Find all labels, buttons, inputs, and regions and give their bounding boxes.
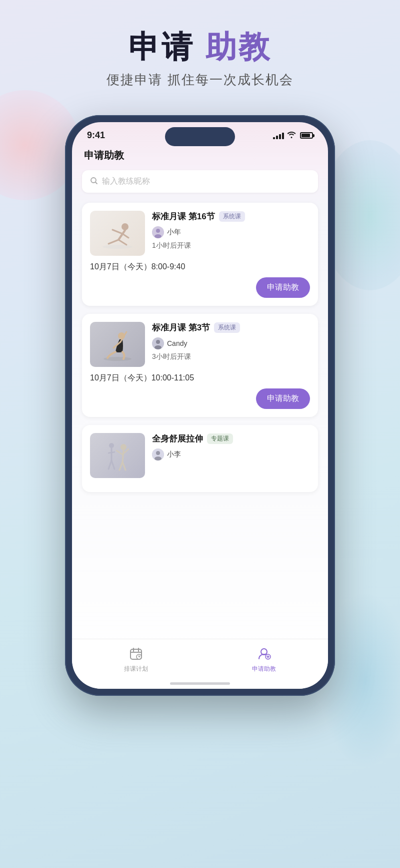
- apply-btn-row-2: 申请助教: [90, 388, 310, 409]
- course-card-top-2: 标准月课 第3节 系统课: [90, 322, 310, 367]
- tab-schedule-label: 排课计划: [124, 665, 148, 673]
- search-input[interactable]: 输入教练昵称: [102, 176, 150, 187]
- svg-line-6: [108, 240, 118, 244]
- search-bar[interactable]: 输入教练昵称: [82, 170, 318, 193]
- instructor-name-1: 小年: [167, 228, 181, 237]
- tab-schedule[interactable]: 排课计划: [124, 645, 148, 673]
- course-thumbnail-3: [90, 433, 145, 478]
- course-title-3: 全身舒展拉伸: [152, 433, 203, 445]
- page-subtitle: 便捷申请 抓住每一次成长机会: [0, 71, 400, 89]
- svg-line-20: [108, 452, 114, 453]
- course-date-row-2: 10月7日（今天）10:00-11:05: [90, 373, 310, 383]
- course-title-row-1: 标准月课 第16节 系统课: [152, 211, 310, 222]
- svg-line-7: [118, 240, 126, 245]
- instructor-avatar-2: [152, 337, 164, 349]
- app-content: 申请助教 输入教练昵称: [72, 145, 328, 683]
- instructor-avatar-1: [152, 226, 164, 238]
- phone-mockup: 9:41: [65, 115, 335, 696]
- course-thumbnail-2: [90, 322, 145, 367]
- svg-point-31: [154, 457, 162, 461]
- svg-point-2: [122, 223, 128, 230]
- dynamic-island: [165, 127, 235, 146]
- course-date-row-1: 10月7日（今天）8:00-9:40: [90, 262, 310, 272]
- svg-line-5: [122, 234, 128, 238]
- svg-line-24: [122, 450, 124, 462]
- svg-point-17: [154, 345, 162, 349]
- svg-line-28: [122, 462, 126, 470]
- course-card-1: 标准月课 第16节 系统课: [82, 203, 318, 306]
- course-title-1: 标准月课 第16节: [152, 211, 215, 222]
- tab-bar-spacer: [82, 500, 318, 550]
- phone-screen: 9:41: [72, 122, 328, 689]
- search-icon: [90, 177, 98, 187]
- svg-point-9: [156, 229, 160, 233]
- status-bar: 9:41: [72, 122, 328, 145]
- course-date-2: 10月7日（今天）10:00-11:05: [90, 373, 194, 383]
- course-card-top-1: 标准月课 第16节 系统课: [90, 211, 310, 256]
- instructor-name-2: Candy: [167, 339, 187, 347]
- course-thumbnail-1: [90, 211, 145, 256]
- status-time: 9:41: [87, 130, 105, 141]
- course-info-3: 全身舒展拉伸 专题课: [152, 433, 310, 478]
- svg-line-25: [116, 451, 122, 455]
- svg-line-22: [112, 461, 114, 469]
- wifi-icon: [287, 131, 296, 140]
- status-icons: [273, 131, 313, 140]
- course-card-top-3: 全身舒展拉伸 专题课: [90, 433, 310, 478]
- instructor-avatar-3: [152, 449, 164, 461]
- schedule-icon: [127, 645, 145, 663]
- instructor-name-3: 小李: [167, 450, 181, 459]
- course-title-row-2: 标准月课 第3节 系统课: [152, 322, 310, 333]
- apply-btn-row-1: 申请助教: [90, 277, 310, 298]
- course-title-row-3: 全身舒展拉伸 专题课: [152, 433, 310, 445]
- course-tag-2: 系统课: [214, 322, 240, 333]
- course-tag-1: 系统课: [219, 211, 245, 222]
- course-card-2: 标准月课 第3节 系统课: [82, 314, 318, 417]
- svg-point-1: [102, 245, 132, 249]
- apply-button-1[interactable]: 申请助教: [256, 277, 310, 298]
- page-title-purple: 助教: [206, 30, 272, 64]
- tab-apply-label: 申请助教: [252, 665, 276, 673]
- svg-point-10: [154, 234, 162, 238]
- signal-icon: [273, 132, 284, 139]
- apply-icon: [255, 645, 273, 663]
- course-card-3: 全身舒展拉伸 专题课: [82, 425, 318, 492]
- course-info-2: 标准月课 第3节 系统课: [152, 322, 310, 367]
- battery-icon: [300, 132, 313, 139]
- instructor-row-3: 小李: [152, 449, 310, 461]
- tab-apply[interactable]: 申请助教: [252, 645, 276, 673]
- home-indicator: [170, 682, 230, 685]
- course-info-1: 标准月课 第16节 系统课: [152, 211, 310, 256]
- course-title-2: 标准月课 第3节: [152, 322, 210, 333]
- apply-button-2[interactable]: 申请助教: [256, 388, 310, 409]
- course-countdown-2: 3小时后开课: [152, 352, 310, 361]
- page-title: 申请 助教: [0, 30, 400, 64]
- svg-point-30: [156, 451, 160, 455]
- course-tag-3: 专题课: [207, 433, 233, 444]
- instructor-row-1: 小年: [152, 226, 310, 238]
- svg-line-27: [120, 462, 122, 470]
- svg-line-21: [108, 461, 112, 469]
- course-countdown-1: 1小时后开课: [152, 241, 310, 250]
- course-date-1: 10月7日（今天）8:00-9:40: [90, 262, 185, 272]
- svg-point-23: [120, 444, 126, 450]
- svg-point-16: [156, 340, 160, 344]
- tab-bar: 排课计划 申请助教: [72, 639, 328, 689]
- page-header: 申请 助教 便捷申请 抓住每一次成长机会: [0, 0, 400, 104]
- nav-title: 申请助教: [82, 145, 318, 170]
- instructor-row-2: Candy: [152, 337, 310, 349]
- svg-line-4: [112, 230, 122, 234]
- page-title-black: 申请: [128, 30, 194, 64]
- phone-frame: 9:41: [65, 115, 335, 696]
